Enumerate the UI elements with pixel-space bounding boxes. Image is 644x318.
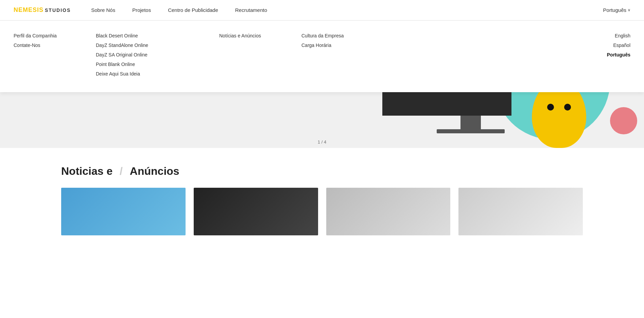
dropdown-col-centro-publicidade: Notícias e Anúncios [219,31,301,79]
monitor-stand [460,116,481,129]
news-title-bold: Anúncios [130,165,179,177]
dropdown-deixe-aqui[interactable]: Deixe Aqui Sua Ideia [96,69,219,79]
logo-nemesis: NEMESIS [14,6,43,14]
dropdown-perfil-companhia[interactable]: Perfil da Companhia [14,31,96,40]
news-card-3-image [326,188,451,235]
nav-item-projetos[interactable]: Projetos [132,7,151,13]
news-section: Noticias e / Anúncios [0,148,644,246]
dropdown-point-blank[interactable]: Point Blank Online [96,60,219,69]
mascot-eye-left [547,104,554,111]
logo-studios: STUDIOS [45,7,71,13]
news-title-plain: Noticias e [61,165,112,177]
news-card-1[interactable] [61,188,186,235]
dropdown-carga-horaria[interactable]: Carga Horária [301,40,384,50]
nav-item-sobre-nos[interactable]: Sobre Nós [91,7,115,13]
navbar: NEMESIS STUDIOS Sobre Nós Projetos Centr… [0,0,644,20]
dropdown-col-languages: English Español Português [548,31,630,79]
dropdown-black-desert[interactable]: Black Desert Online [96,31,219,40]
dropdown-dayz-sa-original[interactable]: DayZ SA Original Online [96,50,219,60]
lang-portugues[interactable]: Português [548,50,630,60]
news-card-1-image [61,188,186,235]
dropdown-dayz-standalone[interactable]: DayZ StandAlone Online [96,40,219,50]
nav-items: Sobre Nós Projetos Centro de Publicidade… [91,7,603,13]
news-title: Noticias e / Anúncios [61,165,583,178]
news-card-3[interactable] [326,188,451,235]
monitor-base [437,129,505,133]
dropdown-col-recrutamento: Cultura da Empresa Carga Horária [301,31,384,79]
news-card-2[interactable] [194,188,318,235]
dropdown-contate-nos[interactable]: Contate-Nos [14,40,96,50]
nav-item-recrutamento[interactable]: Recrutamento [235,7,267,13]
lang-espanol[interactable]: Español [548,40,630,50]
news-cards [61,188,583,235]
news-card-4-image [458,188,583,235]
dropdown-overlay: Perfil da Companhia Contate-Nos Black De… [0,20,644,92]
nav-item-centro-publicidade[interactable]: Centro de Publicidade [168,7,218,13]
news-title-slash: / [120,165,123,177]
dropdown-cultura-empresa[interactable]: Cultura da Empresa [301,31,384,40]
dropdown-col-sobre-nos: Perfil da Companhia Contate-Nos [14,31,96,79]
circle-pink-decoration [610,107,637,134]
news-card-2-image [194,188,318,235]
dropdown-col-projetos: Black Desert Online DayZ StandAlone Onli… [96,31,219,79]
language-selector[interactable]: Português [603,7,630,13]
slide-counter: 1 / 4 [318,139,326,145]
news-card-4[interactable] [458,188,583,235]
dropdown-noticias-anuncios[interactable]: Notícias e Anúncios [219,31,301,40]
mascot-eye-right [564,104,571,111]
lang-english[interactable]: English [548,31,630,40]
logo[interactable]: NEMESIS STUDIOS [14,6,71,14]
